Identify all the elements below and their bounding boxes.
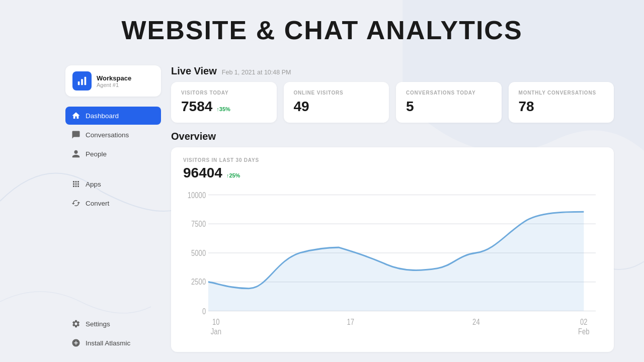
overview-chart-value: 96404	[183, 165, 222, 181]
sidebar: Workspace Agent #1 Dashboard Conversatio…	[65, 65, 161, 352]
sidebar-label-apps: Apps	[86, 180, 101, 188]
svg-text:10: 10	[212, 317, 220, 326]
stat-card-visitors-today: VISITORS TODAY 7584 ↑35%	[171, 82, 277, 123]
nav-primary: Dashboard Conversations People	[65, 107, 161, 163]
svg-text:5000: 5000	[191, 248, 206, 257]
stat-value-monthly-conversations: 78	[519, 99, 534, 115]
overview-chart-badge: ↑25%	[226, 172, 240, 178]
chart-container: 10000 7500 5000 2500 0 10 Jan 17 24	[183, 187, 602, 342]
stat-value-row-online: 49	[294, 99, 379, 115]
workspace-info: Workspace Agent #1	[97, 74, 131, 88]
svg-text:02: 02	[580, 317, 588, 326]
live-view-timestamp: Feb 1, 2021 at 10:48 PM	[222, 69, 291, 76]
sidebar-label-settings: Settings	[86, 320, 110, 328]
workspace-name: Workspace	[97, 74, 131, 82]
svg-text:17: 17	[347, 317, 355, 326]
sidebar-label-install: Install Atlasmic	[86, 339, 130, 347]
stat-card-conversations-today: CONVERSATIONS TODAY 5	[396, 82, 502, 123]
stat-value-row-visitors: 7584 ↑35%	[181, 99, 267, 115]
sidebar-item-dashboard[interactable]: Dashboard	[65, 107, 161, 125]
stat-badge-visitors-today: ↑35%	[216, 106, 230, 112]
sidebar-label-dashboard: Dashboard	[86, 112, 119, 120]
workspace-card: Workspace Agent #1	[65, 65, 161, 97]
nav-bottom: Settings Install Atlasmic	[65, 315, 161, 352]
overview-meta: VISITORS IN LAST 30 DAYS	[183, 157, 602, 163]
stat-label-conversations-today: CONVERSATIONS TODAY	[406, 90, 492, 96]
sidebar-label-convert: Convert	[86, 200, 109, 207]
sidebar-item-settings[interactable]: Settings	[65, 315, 161, 333]
main-content: Live View Feb 1, 2021 at 10:48 PM VISITO…	[171, 65, 614, 352]
overview-chart-label: VISITORS IN LAST 30 DAYS	[183, 157, 602, 163]
svg-text:0: 0	[202, 306, 206, 316]
workspace-agent: Agent #1	[97, 82, 131, 88]
live-view-title: Live View	[171, 65, 217, 77]
overview-title: Overview	[171, 131, 216, 142]
sidebar-label-conversations: Conversations	[86, 131, 129, 139]
stat-label-visitors-today: VISITORS TODAY	[181, 90, 267, 96]
svg-text:Feb: Feb	[578, 326, 590, 336]
sidebar-item-convert[interactable]: Convert	[65, 194, 161, 212]
stat-value-online-visitors: 49	[294, 99, 309, 115]
sidebar-item-conversations[interactable]: Conversations	[65, 126, 161, 144]
svg-rect-2	[85, 77, 87, 85]
live-view-section: Live View Feb 1, 2021 at 10:48 PM VISITO…	[171, 65, 614, 123]
sidebar-item-people[interactable]: People	[65, 145, 161, 163]
svg-text:10000: 10000	[188, 190, 206, 200]
svg-rect-1	[81, 79, 83, 85]
stat-label-monthly-conversations: MONTHLY CONVERSATIONS	[519, 90, 604, 96]
svg-text:Jan: Jan	[211, 326, 221, 336]
sidebar-item-apps[interactable]: Apps	[65, 175, 161, 193]
stat-label-online-visitors: ONLINE VISITORS	[294, 90, 379, 96]
overview-value-row: 96404 ↑25%	[183, 165, 602, 181]
stat-value-row-conversations: 5	[406, 99, 492, 115]
nav-secondary: Apps Convert	[65, 175, 161, 212]
stat-card-online-visitors: ONLINE VISITORS 49	[284, 82, 389, 123]
stat-card-monthly-conversations: MONTHLY CONVERSATIONS 78	[509, 82, 614, 123]
svg-text:24: 24	[472, 317, 480, 326]
stat-value-visitors-today: 7584	[181, 99, 212, 115]
overview-card: VISITORS IN LAST 30 DAYS 96404 ↑25%	[171, 147, 614, 352]
overview-header: Overview	[171, 131, 614, 142]
svg-text:7500: 7500	[191, 219, 206, 228]
svg-text:2500: 2500	[191, 277, 206, 286]
overview-section: Overview VISITORS IN LAST 30 DAYS 96404 …	[171, 131, 614, 352]
stats-row: VISITORS TODAY 7584 ↑35% ONLINE VISITORS…	[171, 82, 614, 123]
workspace-icon	[72, 71, 92, 90]
live-view-header: Live View Feb 1, 2021 at 10:48 PM	[171, 65, 614, 77]
sidebar-item-install[interactable]: Install Atlasmic	[65, 334, 161, 352]
sidebar-label-people: People	[86, 150, 107, 158]
svg-rect-0	[78, 81, 80, 85]
stat-value-row-monthly: 78	[519, 99, 604, 115]
stat-value-conversations-today: 5	[406, 99, 414, 115]
page-title: WEBSITE & CHAT ANALYTICS	[0, 15, 644, 45]
